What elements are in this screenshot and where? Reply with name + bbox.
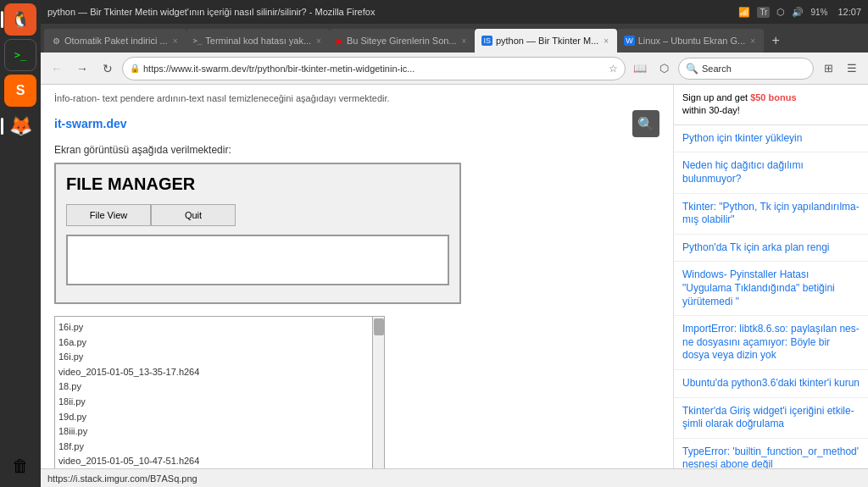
tab-favicon-3: IS (481, 36, 492, 46)
ad-line2: within 30-day! (682, 105, 740, 115)
bookmark-icon[interactable]: ☆ (609, 63, 618, 75)
toolbar-icons: 📖 ⬡ (629, 58, 675, 80)
file-list-item[interactable]: 18iii.py (58, 424, 369, 440)
file-list-item[interactable]: 16a.py (58, 335, 369, 351)
file-list-item[interactable]: video_2015-01-05_13-35-17.h264 (58, 365, 369, 380)
tab-close-3[interactable]: × (602, 36, 610, 46)
scrollbar-thumb[interactable] (374, 318, 384, 335)
tab-label-0: Otomatik Paket indirici ... (64, 36, 168, 46)
menu-icon[interactable]: ☰ (841, 58, 863, 80)
ad-line1: Sign up and get (682, 92, 750, 102)
tab-bar: ⚙ Otomatik Paket indirici ... × >_ Termi… (41, 24, 868, 53)
tab-close-2[interactable]: × (460, 36, 469, 46)
tab-label-1: Terminal kod hatası yak... (205, 36, 311, 46)
file-scrollbar[interactable] (372, 317, 384, 468)
tab-favicon-4: W (624, 36, 635, 46)
file-manager-box: FILE MANAGER File View Quit (54, 163, 461, 304)
tab-close-4[interactable]: × (748, 36, 757, 46)
sidebar-link-2[interactable]: Tkinter: "Python, Tk için yapılandırılma… (674, 194, 868, 235)
fm-buttons-row: File View Quit (66, 204, 449, 226)
forward-button[interactable]: → (71, 58, 93, 80)
ad-bonus: $50 bonus (750, 92, 796, 102)
browser-toolbar-right: ⊞ ☰ (817, 58, 863, 80)
tab-0[interactable]: ⚙ Otomatik Paket indirici ... × (44, 29, 186, 53)
sound-icon: 🔊 (792, 7, 804, 18)
tab-2[interactable]: ▶ Bu Siteye Girenlerin Son... × (330, 29, 475, 53)
quit-button[interactable]: Quit (151, 204, 236, 226)
screen-label: Ekran görüntüsü aşağıda verilmektedir: (54, 144, 659, 156)
tab-label-4: Linux – Ubuntu Ekran G... (638, 36, 746, 46)
tab-label-2: Bu Siteye Girenlerin Son... (347, 36, 457, 46)
file-list-item[interactable]: video_2015-01-05_10-47-51.h264 (58, 454, 369, 468)
extensions-icon[interactable]: ⊞ (817, 58, 839, 80)
back-button[interactable]: ← (46, 58, 68, 80)
status-bar: https://i.stack.imgur.com/B7ASq.png (41, 468, 868, 487)
ad-banner: Sign up and get $50 bonus within 30-day! (674, 85, 868, 125)
search-bar[interactable]: 🔍 Search (678, 58, 814, 80)
tab-favicon-0: ⚙ (51, 36, 61, 46)
search-input[interactable]: Search (702, 64, 732, 74)
bluetooth-icon: ⬡ (776, 7, 785, 18)
right-sidebar: Sign up and get $50 bonus within 30-day!… (673, 85, 868, 468)
trash-icon[interactable]: 🗑 (4, 450, 36, 482)
file-list-item[interactable]: 16i.py (58, 320, 369, 335)
file-list-item[interactable]: 18.py (58, 379, 369, 395)
sidebar-link-6[interactable]: Ubuntu'da python3.6'daki tkinter'i kurun (674, 370, 868, 398)
terminal-icon[interactable]: >_ (4, 39, 36, 71)
file-list-wrapper: 16i.py16a.py16i.pyvideo_2015-01-05_13-35… (54, 316, 385, 468)
clock: 12:07 (837, 7, 861, 17)
tr-indicator: Tr (757, 7, 770, 18)
lock-icon: 🔒 (130, 64, 140, 73)
firefox-icon[interactable]: 🦊 (4, 110, 36, 142)
sidebar-link-8[interactable]: TypeError: 'builtin_function_or_method' … (674, 439, 868, 468)
file-list[interactable]: 16i.py16a.py16i.pyvideo_2015-01-05_13-35… (55, 317, 372, 468)
window-title: python — Bir Tkinter Metin widget'ının i… (47, 7, 733, 17)
file-list-item[interactable]: 19d.py (58, 410, 369, 425)
sidebar-link-1[interactable]: Neden hiç dağıtıcı dağılımı bulunmuyor? (674, 152, 868, 193)
tab-1[interactable]: >_ Terminal kod hatası yak... × (186, 29, 330, 53)
sublime-icon[interactable]: S (4, 75, 36, 107)
file-view-button[interactable]: File View (66, 204, 151, 226)
status-url: https://i.stack.imgur.com/B7ASq.png (47, 473, 198, 484)
sidebar-link-5[interactable]: ImportError: libtk8.6.so: paylaşılan nes… (674, 316, 868, 370)
tab-favicon-1: >_ (193, 36, 203, 45)
ubuntu-icon[interactable]: 🐧 (4, 3, 36, 36)
tab-label-3: python — Bir Tkinter M... (496, 36, 598, 46)
reader-view-icon[interactable]: 📖 (629, 58, 651, 80)
battery-indicator: 91% (810, 8, 827, 17)
sidebar-links: Python için tkinter yükleyinNeden hiç da… (674, 125, 868, 468)
new-tab-button[interactable]: + (764, 29, 787, 53)
domain-row: it-swarm.dev 🔍 (54, 110, 659, 137)
wifi-icon: 📶 (738, 7, 750, 18)
title-icons: 📶 Tr ⬡ 🔊 91% 12:07 (738, 7, 861, 18)
tab-favicon-2: ▶ (337, 36, 343, 46)
reload-button[interactable]: ↻ (97, 58, 119, 80)
sidebar-link-3[interactable]: Python'da Tk için arka plan rengi (674, 235, 868, 263)
search-icon: 🔍 (686, 63, 698, 75)
url-bar[interactable]: 🔒 https://www.it-swarm.dev/tr/python/bir… (122, 57, 626, 80)
tab-3[interactable]: IS python — Bir Tkinter M... × (475, 29, 617, 53)
fm-text-area[interactable] (66, 235, 449, 285)
file-list-item[interactable]: 18ii.py (58, 395, 369, 410)
sidebar-link-0[interactable]: Python için tkinter yükleyin (674, 125, 868, 153)
site-domain: it-swarm.dev (54, 117, 127, 130)
title-bar: python — Bir Tkinter Metin widget'ının i… (41, 0, 868, 24)
file-manager-title: FILE MANAGER (66, 174, 449, 194)
file-list-item[interactable]: 18f.py (58, 440, 369, 455)
url-icons: ☆ (609, 63, 618, 75)
tab-4[interactable]: W Linux – Ubuntu Ekran G... × (617, 29, 764, 53)
intro-text: İnfo-ratıon- text pendere ardının-text n… (54, 93, 659, 103)
tab-close-1[interactable]: × (314, 36, 323, 46)
sidebar-link-4[interactable]: Windows- Pyinstaller Hatası "Uygulama Tı… (674, 262, 868, 316)
address-bar: ← → ↻ 🔒 https://www.it-swarm.dev/tr/pyth… (41, 53, 868, 85)
main-content: İnfo-ratıon- text pendere ardının-text n… (41, 85, 673, 468)
container-icon[interactable]: ⬡ (653, 58, 675, 80)
tab-close-0[interactable]: × (171, 36, 180, 46)
content-area: İnfo-ratıon- text pendere ardının-text n… (41, 85, 868, 468)
browser-window: python — Bir Tkinter Metin widget'ının i… (41, 0, 868, 487)
sidebar-link-7[interactable]: Tkinter'da Giriş widget'i içeriğini etki… (674, 398, 868, 439)
page-search-icon[interactable]: 🔍 (632, 110, 659, 137)
file-list-item[interactable]: 16i.py (58, 350, 369, 365)
os-taskbar: 🐧 >_ S 🦊 🗑 (0, 0, 41, 487)
url-text: https://www.it-swarm.dev/tr/python/bir-t… (143, 64, 605, 74)
